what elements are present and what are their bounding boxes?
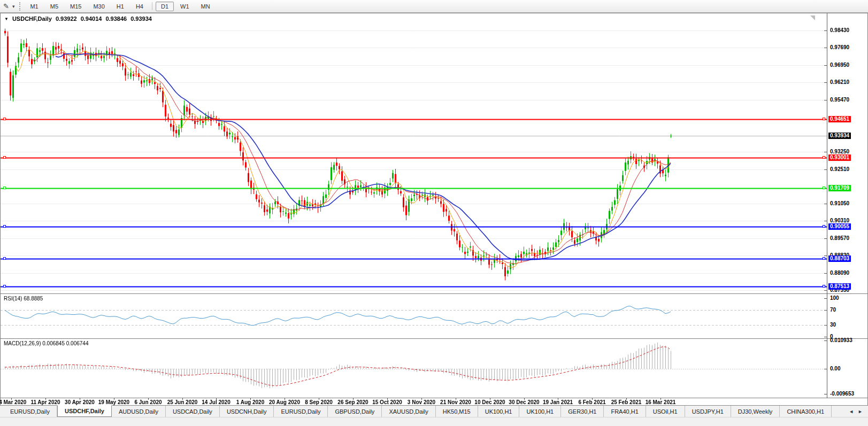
date-axis-label: 1 Aug 2020 <box>236 399 264 405</box>
price-axis-tick: 0.98430 <box>830 27 849 33</box>
tab-usdcad-daily[interactable]: USDCAD,Daily <box>166 406 220 417</box>
price-axis-border <box>827 13 827 398</box>
collapse-indicator-icon[interactable]: ▼ <box>4 17 9 21</box>
timeframe-button-w1[interactable]: W1 <box>175 2 195 11</box>
date-axis-label: 16 Mar 2021 <box>646 399 676 405</box>
date-axis-label: 3 Nov 2020 <box>408 399 435 405</box>
quote-open: 0.93922 <box>56 16 77 22</box>
date-axis-label: 30 Apr 2020 <box>65 399 95 405</box>
timeframe-button-m15[interactable]: M15 <box>65 2 87 11</box>
tab-eurusd-daily[interactable]: EURUSD,Daily <box>274 406 328 417</box>
date-axis-label: 20 Aug 2020 <box>269 399 300 405</box>
tab-uk100-h1[interactable]: UK100,H1 <box>478 406 520 417</box>
price-axis-tick: 0.93250 <box>830 149 849 154</box>
hline-handle[interactable] <box>3 156 6 159</box>
hline-handle[interactable] <box>823 225 825 228</box>
hline-handle[interactable] <box>3 225 6 228</box>
status-strip <box>0 417 868 426</box>
symbol-period-label: USDCHF,Daily <box>12 16 52 22</box>
tab-scroll-arrows: ◄ ► <box>843 406 868 417</box>
toolbar-grip[interactable] <box>19 2 20 11</box>
draw-tool-icon[interactable]: ✎ <box>0 2 10 10</box>
main-chart-canvas[interactable] <box>1 13 827 293</box>
hline-handle[interactable] <box>823 118 825 120</box>
timeframe-button-d1[interactable]: D1 <box>156 2 174 11</box>
current-price-label: 0.93934 <box>828 133 851 139</box>
main-chart-panel: ▼ USDCHF,Daily 0.93922 0.94014 0.93846 0… <box>1 13 867 293</box>
timeframe-button-m5[interactable]: M5 <box>45 2 64 11</box>
timeframe-button-h1[interactable]: H1 <box>111 2 129 11</box>
tab-ger30-h1[interactable]: GER30,H1 <box>561 406 604 417</box>
quote-high: 0.94014 <box>81 16 102 22</box>
chart-title: ▼ USDCHF,Daily 0.93922 0.94014 0.93846 0… <box>4 16 152 22</box>
hline-handle[interactable] <box>3 285 6 288</box>
macd-axis-tick: 0.010933 <box>830 337 852 343</box>
tab-uk100-h1[interactable]: UK100,H1 <box>519 406 561 417</box>
hline-price-label: 0.93001 <box>828 154 851 161</box>
quote-low: 0.93846 <box>105 16 127 22</box>
rsi-axis-tick: 30 <box>830 322 836 328</box>
hline-price-label: 0.91709 <box>828 185 851 191</box>
date-axis-label: 24 Mar 2020 <box>0 399 26 405</box>
hline-price-label: 0.88703 <box>828 255 851 262</box>
date-axis-label: 25 Feb 2021 <box>611 399 642 405</box>
date-axis-label: 14 Jul 2020 <box>202 399 230 405</box>
date-axis-label: 19 Jan 2021 <box>543 399 573 405</box>
rsi-axis-tick: 70 <box>830 307 836 313</box>
tab-fra40-h1[interactable]: FRA40,H1 <box>604 406 646 417</box>
tab-china300-h1[interactable]: CHINA300,H1 <box>780 406 832 417</box>
scroll-to-end-marker-icon[interactable] <box>810 16 815 20</box>
quote-close: 0.93934 <box>130 16 152 22</box>
tab-usdjpy-h1[interactable]: USDJPY,H1 <box>685 406 731 417</box>
price-axis-tick: 0.90310 <box>830 218 849 223</box>
date-axis-label: 6 Jun 2020 <box>134 399 162 405</box>
hline-handle[interactable] <box>823 187 825 189</box>
tab-usoil-h1[interactable]: USOil,H1 <box>646 406 685 417</box>
timeframe-button-m1[interactable]: M1 <box>25 2 43 11</box>
timeframe-button-mn[interactable]: MN <box>196 2 216 11</box>
price-axis-tick: 0.97690 <box>830 44 849 50</box>
macd-label: MACD(12,26,9) 0.006845 0.006744 <box>4 340 88 346</box>
macd-canvas[interactable] <box>1 339 827 398</box>
date-axis: 24 Mar 202011 Apr 202030 Apr 202019 May … <box>1 398 867 406</box>
hline-handle[interactable] <box>823 156 825 159</box>
top-toolbar: ✎ ▾ M1M5M15M30H1H4D1W1MN <box>0 0 868 13</box>
timeframe-button-h4[interactable]: H4 <box>130 2 149 11</box>
date-axis-label: 8 Sep 2020 <box>305 399 333 405</box>
timeframe-button-group: M1M5M15M30H1H4D1W1MN <box>24 2 216 11</box>
hline-handle[interactable] <box>823 285 825 288</box>
tab-eurusd-daily[interactable]: EURUSD,Daily <box>3 406 57 417</box>
price-axis-tick: 0.92510 <box>830 166 849 172</box>
tab-audusd-daily[interactable]: AUDUSD,Daily <box>112 406 166 417</box>
macd-axis-tick: 0.00 <box>830 366 840 371</box>
tab-usdcnh-daily[interactable]: USDCNH,Daily <box>220 406 274 417</box>
tab-gbpusd-daily[interactable]: GBPUSD,Daily <box>328 406 382 417</box>
macd-panel: MACD(12,26,9) 0.006845 0.006744 <box>1 339 867 398</box>
date-axis-label: 11 Apr 2020 <box>30 399 60 405</box>
price-axis-tick: 0.95470 <box>830 97 849 103</box>
rsi-canvas[interactable] <box>1 294 827 338</box>
date-axis-label: 26 Sep 2020 <box>337 399 368 405</box>
tab-scroll-left-icon[interactable]: ◄ <box>849 409 854 414</box>
hline-handle[interactable] <box>3 118 6 120</box>
price-axis-tick: 0.96950 <box>830 62 849 68</box>
hline-handle[interactable] <box>3 187 6 189</box>
tab-dj30-weekly[interactable]: DJ30,Weekly <box>731 406 780 417</box>
price-axis-tick: 0.96210 <box>830 79 849 85</box>
tab-hk50-m15[interactable]: HK50,M15 <box>436 406 478 417</box>
chevron-down-icon[interactable]: ▾ <box>10 4 17 9</box>
hline-price-label: 0.94651 <box>828 116 851 122</box>
price-axis-tick: 0.89570 <box>830 235 849 241</box>
rsi-panel: RSI(14) 68.8885 <box>1 294 867 338</box>
date-axis-label: 30 Dec 2020 <box>509 399 539 405</box>
tab-xauusd-daily[interactable]: XAUUSD,Daily <box>382 406 435 417</box>
timeframe-button-m30[interactable]: M30 <box>88 2 110 11</box>
hline-handle[interactable] <box>823 257 825 260</box>
tab-scroll-right-icon[interactable]: ► <box>858 409 863 414</box>
tab-usdchf-daily[interactable]: USDCHF,Daily <box>57 405 112 417</box>
hline-price-label: 0.90055 <box>828 223 851 230</box>
rsi-label: RSI(14) 68.8885 <box>4 296 43 301</box>
hline-handle[interactable] <box>3 257 6 260</box>
date-axis-label: 15 Oct 2020 <box>372 399 402 405</box>
hline-price-label: 0.87513 <box>828 283 851 290</box>
